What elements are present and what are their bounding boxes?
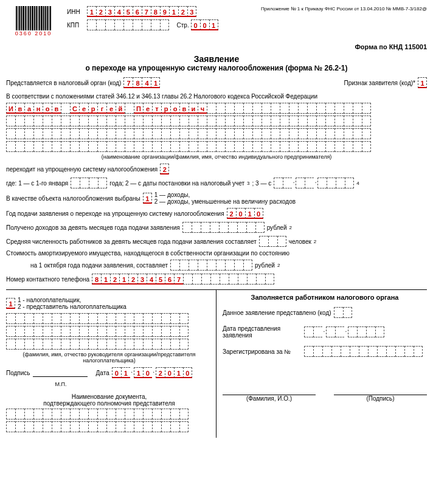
br-presented: Данное заявление представлено (код) <box>223 309 331 316</box>
staff-label: Средняя численность работников за девять… <box>6 238 257 245</box>
bl-name-rows <box>6 313 212 350</box>
law-ref: В соответствии с положениями статей 346.… <box>6 93 317 100</box>
mp: М.П. <box>43 381 79 387</box>
where-prefix: где: 1 — с 1-го января <box>6 180 68 187</box>
where-sup2: 4 <box>356 181 359 186</box>
tax-office-code: 7841 <box>123 77 160 88</box>
br-fio-line <box>223 387 316 395</box>
income-cells <box>182 222 265 233</box>
br-date-cells: .. <box>304 326 384 337</box>
br-presented-code <box>334 307 352 318</box>
object-label: В качестве объекта налогообложения выбра… <box>6 195 140 202</box>
amort-label2: на 1 октября года подачи заявления, сост… <box>30 262 168 269</box>
amort-label1: Стоимость амортизируемого имущества, нах… <box>6 250 289 257</box>
br-date-present: Дата представления заявления <box>223 325 302 339</box>
page-cells: 001 <box>191 19 218 30</box>
br-reg-cells <box>304 346 423 357</box>
bl-date-cells: 01.10.2010 <box>112 367 192 378</box>
legend1: 1 - налогоплательщик, <box>18 297 126 303</box>
tax-office-label: Представляется в налоговый орган (код) <box>6 80 121 86</box>
income-sup: 2 <box>289 225 291 230</box>
br-reg: Зарегистрирована за № <box>223 348 302 355</box>
amort-sup: 2 <box>277 263 280 268</box>
where-sup1: 3 <box>247 181 249 186</box>
bl-name-caption: (фамилия, имя, отчество руководителя орг… <box>6 351 212 364</box>
br-title: Заполняется работником налогового органа <box>223 294 427 301</box>
subtitle: о переходе на упрощенную систему налогоо… <box>6 64 427 72</box>
name-rows: ИвановСергейПетрович <box>6 103 427 152</box>
legend-code: 1 <box>6 298 15 309</box>
income-unit: рублей <box>267 224 287 231</box>
sign-label: Подпись <box>6 370 30 376</box>
phone-label: Номер контактного телефона <box>6 276 89 283</box>
barcode: 0360 2010 <box>6 6 61 40</box>
income-label: Получено доходов за девять месяцев года … <box>6 224 180 231</box>
transition-label: переходит на упрощенную систему налогооб… <box>6 166 158 173</box>
date-label: Дата <box>96 370 109 376</box>
amort-unit: рублей <box>255 262 275 269</box>
applicant-sign-code: 1 <box>418 77 427 88</box>
title: Заявление <box>6 54 427 64</box>
br-sign: (Подпись) <box>334 395 427 402</box>
inn-cells: 123456789123 <box>87 6 196 17</box>
staff-sup: 2 <box>314 239 316 244</box>
staff-cells <box>259 236 286 247</box>
where-mid1: года; 2 — с даты постановки на налоговый… <box>109 180 244 187</box>
year-submit-cells: 2010 <box>227 208 263 219</box>
name-caption: (наименование организации/фамилия, имя, … <box>6 154 427 160</box>
transition-code: 2 <box>160 164 169 174</box>
where-year1 <box>71 178 107 188</box>
object-note1: 1 — доходы, <box>154 192 296 198</box>
year-submit-label: Год подачи заявления о переходе на упрощ… <box>6 210 224 217</box>
br-sign-line <box>334 387 427 395</box>
appendix-note: Приложение № 1 к Приказу ФНС России от 1… <box>224 6 428 12</box>
barcode-text: 0360 2010 <box>15 30 52 36</box>
kpp-label: КПП <box>67 22 85 29</box>
where-date2: .. <box>274 178 354 188</box>
object-note2: 2 — доходы, уменьшенные на величину расх… <box>154 198 296 205</box>
inn-label: ИНН <box>67 9 85 15</box>
bl-doc-rows <box>6 409 212 432</box>
phone-cells: 8121234567 <box>92 274 274 285</box>
amort-cells <box>170 260 252 271</box>
sign-line <box>33 369 88 377</box>
doc-sub: подтверждающего полномочия представителя <box>6 400 212 407</box>
where-mid2: ; 3 — с <box>252 180 272 187</box>
page-label: Стр. <box>177 22 189 29</box>
kpp-cells <box>87 19 169 30</box>
object-code: 1 <box>143 193 152 204</box>
br-fio: (Фамилия, И.О.) <box>223 395 316 402</box>
legend2: 2 - представитель налогоплательщика <box>18 303 126 310</box>
staff-unit: человек <box>289 238 311 245</box>
form-code: Форма по КНД 115001 <box>6 43 427 50</box>
doc-title: Наименование документа, <box>6 393 212 400</box>
applicant-sign-label: Признак заявителя (код)* <box>344 80 415 86</box>
